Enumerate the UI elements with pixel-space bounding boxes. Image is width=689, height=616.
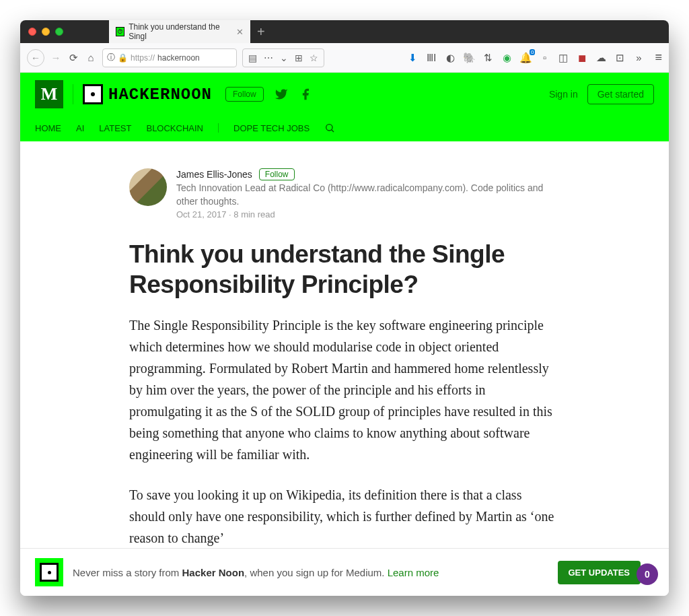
page-actions[interactable]: ▤ ⋯ ⌄ ⊞ ☆ (242, 48, 324, 67)
new-tab-button[interactable]: + (257, 24, 265, 40)
get-updates-button[interactable]: GET UPDATES (558, 561, 641, 584)
url-host: hackernoon (157, 53, 200, 63)
divider (73, 84, 73, 104)
download-icon[interactable]: ⬇ (406, 52, 419, 64)
facebook-icon[interactable] (299, 88, 312, 101)
extension5-icon[interactable]: ☁ (594, 52, 608, 64)
page-viewport: M HACKERNOON Follow Sign in (20, 73, 669, 596)
grammarly-icon[interactable]: ◉ (500, 52, 513, 64)
extension2-icon[interactable]: ⇅ (481, 52, 495, 64)
scrollbar[interactable] (663, 73, 669, 596)
paragraph-2: To save you looking it up on Wikipedia, … (129, 484, 560, 549)
browser-tab[interactable]: ⏱ Think you understand the Singl ✕ (109, 20, 250, 43)
scroll-thumb[interactable] (663, 73, 669, 127)
twitter-icon[interactable] (275, 88, 288, 101)
svg-line-1 (332, 130, 334, 132)
info-icon[interactable]: ⓘ (107, 52, 115, 63)
footer-logo (35, 558, 63, 586)
article-meta: Oct 21, 2017 · 8 min read (176, 209, 560, 219)
overflow-icon[interactable]: » (632, 52, 645, 63)
window-titlebar: ⏱ Think you understand the Singl ✕ + (20, 20, 669, 43)
maximize-window-button[interactable] (55, 28, 63, 36)
paragraph-1: The Single Responsibility Principle is t… (129, 314, 560, 465)
more-icon[interactable]: ⋯ (264, 53, 273, 63)
logo-text: HACKERNOON (108, 85, 212, 104)
read-time: 8 min read (233, 209, 275, 219)
site-header: M HACKERNOON Follow Sign in (20, 73, 669, 141)
browser-toolbar: ← → ⟳ ⌂ ⓘ 🔒 https://hackernoon ▤ ⋯ ⌄ ⊞ ☆… (20, 43, 669, 73)
pocket-icon[interactable]: ⌄ (280, 53, 288, 63)
extension3-icon[interactable]: ▫ (538, 52, 551, 63)
nav-blockchain[interactable]: BLOCKCHAIN (146, 123, 203, 133)
article: James Ellis-Jones Follow Tech Innovation… (116, 168, 573, 596)
nav-divider (218, 123, 219, 133)
signup-text: Never miss a story from Hacker Noon, whe… (73, 566, 439, 580)
library-icon[interactable]: ⅢⅠ (425, 52, 438, 64)
bookmark-icon[interactable]: ☆ (310, 53, 318, 63)
home-button[interactable]: ⌂ (85, 52, 97, 63)
avatar[interactable] (129, 168, 167, 206)
medium-logo[interactable]: M (35, 80, 63, 108)
evernote-icon[interactable]: 🐘 (462, 52, 476, 64)
author-bio: Tech Innovation Lead at Radical Co (http… (176, 182, 560, 208)
url-bar[interactable]: ⓘ 🔒 https://hackernoon (102, 48, 237, 67)
hackernoon-logo[interactable]: HACKERNOON (83, 84, 212, 104)
tab-title: Think you understand the Singl (129, 22, 232, 41)
forward-button[interactable]: → (50, 52, 62, 63)
menu-button[interactable]: ≡ (655, 50, 662, 65)
lock-icon: 🔒 (118, 53, 128, 63)
site-nav: HOME AI LATEST BLOCKCHAIN DOPE TECH JOBS (20, 116, 669, 141)
nav-latest[interactable]: LATEST (99, 123, 131, 133)
reload-button[interactable]: ⟳ (67, 52, 79, 64)
extension-icon[interactable]: ◐ (443, 52, 457, 64)
clock-icon (83, 84, 103, 104)
article-title: Think you understand the Single Responsi… (129, 240, 560, 300)
reader-icon[interactable]: ▤ (248, 53, 257, 63)
favicon-icon: ⏱ (116, 27, 124, 36)
container-icon[interactable]: ⊞ (295, 53, 303, 63)
search-icon[interactable] (324, 123, 335, 133)
minimize-window-button[interactable] (42, 28, 50, 36)
publish-date: Oct 21, 2017 (176, 209, 226, 219)
svg-point-0 (326, 125, 332, 131)
url-scheme: https:// (131, 53, 155, 63)
follow-publication-button[interactable]: Follow (225, 87, 264, 102)
back-button[interactable]: ← (27, 49, 44, 67)
byline: James Ellis-Jones Follow Tech Innovation… (129, 168, 560, 219)
author-name[interactable]: James Ellis-Jones (176, 169, 252, 180)
notifications-count-badge[interactable]: 0 (637, 563, 658, 585)
close-tab-icon[interactable]: ✕ (236, 27, 244, 37)
nav-home[interactable]: HOME (35, 123, 61, 133)
learn-more-link[interactable]: Learn more (388, 567, 439, 578)
follow-author-button[interactable]: Follow (259, 168, 295, 180)
close-window-button[interactable] (28, 28, 36, 36)
extension4-icon[interactable]: ◼ (575, 52, 589, 64)
sidebar-icon[interactable]: ◫ (556, 52, 570, 64)
signup-bar: Never miss a story from Hacker Noon, whe… (20, 548, 669, 596)
notifications-icon[interactable]: 🔔0 (519, 52, 532, 64)
signin-link[interactable]: Sign in (549, 89, 578, 100)
extension6-icon[interactable]: ⊡ (613, 52, 626, 64)
nav-ai[interactable]: AI (76, 123, 84, 133)
nav-jobs[interactable]: DOPE TECH JOBS (233, 123, 310, 133)
get-started-button[interactable]: Get started (587, 84, 654, 104)
